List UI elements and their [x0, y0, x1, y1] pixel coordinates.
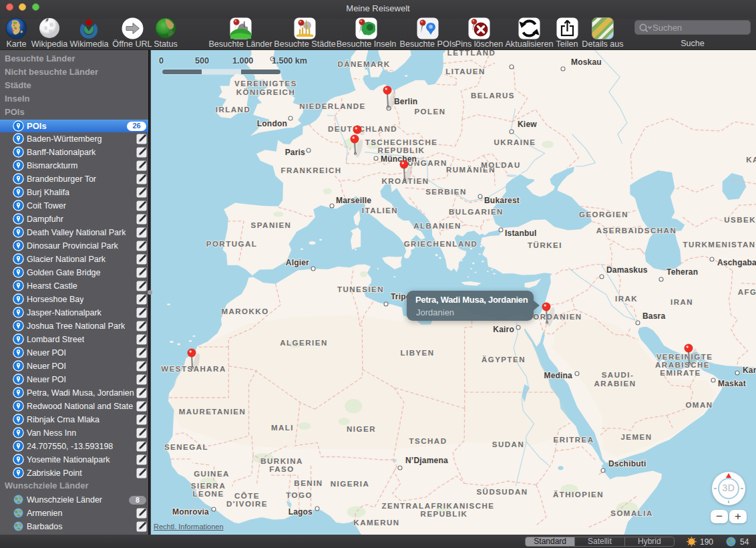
- svg-text:Paris: Paris: [285, 148, 305, 157]
- svg-text:Algier: Algier: [286, 258, 309, 267]
- svg-text:ALGERIEN: ALGERIEN: [280, 339, 327, 347]
- svg-text:BENIN: BENIN: [294, 479, 323, 487]
- svg-text:AFGH: AFGH: [738, 288, 756, 296]
- svg-text:ÄTHIOPIEN: ÄTHIOPIEN: [553, 491, 604, 499]
- svg-text:Dschibuti: Dschibuti: [608, 459, 646, 468]
- svg-text:KÖNIGREICH: KÖNIGREICH: [236, 88, 295, 96]
- svg-text:REPUBLIK: REPUBLIK: [421, 510, 468, 518]
- svg-text:LITAUEN: LITAUEN: [445, 67, 485, 76]
- svg-text:KA: KA: [746, 156, 756, 164]
- svg-text:IRAK: IRAK: [615, 295, 638, 303]
- svg-text:Lagos: Lagos: [289, 507, 313, 517]
- svg-text:MALI: MALI: [271, 424, 294, 432]
- svg-text:JORDANIEN: JORDANIEN: [528, 313, 582, 321]
- svg-text:London: London: [257, 119, 287, 128]
- svg-text:Monrovia: Monrovia: [172, 507, 209, 517]
- svg-text:KAMERUN: KAMERUN: [353, 519, 399, 527]
- svg-text:NIGER: NIGER: [347, 425, 376, 433]
- svg-text:MOLDAU: MOLDAU: [481, 161, 520, 169]
- svg-text:Marseille: Marseille: [336, 196, 371, 205]
- svg-text:EMIRATE: EMIRATE: [660, 369, 701, 377]
- svg-text:NIGERIA: NIGERIA: [331, 480, 369, 488]
- svg-text:SOMALIA: SOMALIA: [610, 509, 653, 517]
- svg-text:ARABIEN: ARABIEN: [594, 380, 636, 388]
- svg-text:Teheran: Teheran: [667, 267, 698, 277]
- svg-text:MAURETANIEN: MAURETANIEN: [179, 408, 246, 416]
- svg-text:IRLAND: IRLAND: [216, 106, 250, 114]
- svg-text:SAUDI-: SAUDI-: [602, 371, 634, 379]
- svg-text:TURKMENISTAN: TURKMENISTAN: [683, 241, 755, 249]
- svg-text:SÜDSUDAN: SÜDSUDAN: [476, 488, 528, 496]
- svg-text:BELARUS: BELARUS: [471, 92, 515, 100]
- svg-text:Damaskus: Damaskus: [606, 265, 648, 275]
- svg-text:ALBANIEN: ALBANIEN: [413, 222, 461, 230]
- svg-text:SERBIEN: SERBIEN: [425, 188, 467, 196]
- svg-text:Basra: Basra: [642, 311, 665, 321]
- svg-text:VEREINIGTE: VEREINIGTE: [656, 353, 713, 361]
- svg-text:LETTLAND: LETTLAND: [447, 50, 496, 57]
- svg-text:SIERRA: SIERRA: [191, 482, 226, 490]
- svg-text:USBEKIS: USBEKIS: [724, 216, 756, 224]
- svg-text:D'IVOIRE: D'IVOIRE: [226, 500, 268, 508]
- svg-text:TÜRKEI: TÜRKEI: [528, 241, 562, 249]
- svg-text:N’Djamena: N’Djamena: [405, 456, 448, 465]
- svg-text:JEMEN: JEMEN: [620, 433, 652, 441]
- svg-text:POLEN: POLEN: [414, 108, 445, 116]
- svg-text:Bukarest: Bukarest: [484, 196, 520, 205]
- svg-text:FASO: FASO: [269, 465, 294, 473]
- svg-text:LIBYEN: LIBYEN: [400, 349, 434, 357]
- svg-text:GEORGIEN: GEORGIEN: [579, 211, 628, 219]
- svg-text:ASERBAIDSCHAN: ASERBAIDSCHAN: [596, 227, 677, 235]
- svg-text:IRAN: IRAN: [671, 298, 693, 306]
- svg-text:TOGO: TOGO: [286, 491, 313, 499]
- svg-text:ÄGYPTEN: ÄGYPTEN: [482, 356, 526, 364]
- svg-text:TSCHAD: TSCHAD: [409, 437, 447, 445]
- svg-text:Moskau: Moskau: [571, 57, 602, 67]
- svg-text:LEONE: LEONE: [192, 490, 224, 498]
- svg-text:TUNESIEN: TUNESIEN: [337, 285, 384, 293]
- svg-text:OMAN: OMAN: [685, 401, 713, 409]
- svg-text:CÔTE: CÔTE: [234, 492, 260, 500]
- svg-text:SUDAN: SUDAN: [492, 440, 524, 448]
- svg-text:UKRAINE: UKRAINE: [494, 138, 536, 146]
- svg-text:Aschgabat: Aschgabat: [717, 258, 756, 267]
- svg-text:GUINEA: GUINEA: [194, 470, 230, 478]
- svg-text:SPANIEN: SPANIEN: [251, 221, 292, 229]
- svg-text:FRANKREICH: FRANKREICH: [280, 166, 341, 174]
- svg-text:Medina: Medina: [544, 371, 572, 380]
- svg-text:GRIECHENLAND: GRIECHENLAND: [404, 240, 478, 248]
- svg-text:NIEDERLANDE: NIEDERLANDE: [299, 102, 366, 110]
- svg-text:ARABISCHE: ARABISCHE: [655, 361, 710, 369]
- svg-text:München: München: [381, 154, 417, 164]
- svg-text:ITALIEN: ITALIEN: [362, 207, 398, 215]
- svg-text:ZENTRALAFRIKANISCHE: ZENTRALAFRIKANISCHE: [381, 502, 494, 510]
- svg-text:Berlin: Berlin: [394, 97, 417, 106]
- svg-text:TSCHECHISCHE: TSCHECHISCHE: [365, 138, 438, 146]
- svg-text:BULGARIEN: BULGARIEN: [449, 208, 504, 216]
- svg-text:SENEGAL: SENEGAL: [164, 443, 208, 451]
- svg-text:PORTUGAL: PORTUGAL: [206, 240, 258, 248]
- svg-text:BURKINA: BURKINA: [260, 457, 303, 465]
- svg-text:Kiew: Kiew: [518, 120, 537, 129]
- svg-text:Kairo: Kairo: [493, 325, 514, 334]
- svg-text:Maskat: Maskat: [718, 379, 746, 388]
- svg-text:Istanbul: Istanbul: [505, 229, 537, 238]
- svg-text:Kara: Kara: [743, 366, 756, 375]
- svg-text:VEREINIGTES: VEREINIGTES: [234, 80, 297, 88]
- svg-text:DÄNEMARK: DÄNEMARK: [337, 60, 390, 68]
- svg-text:MAROKKO: MAROKKO: [221, 307, 268, 315]
- svg-text:ERITREA: ERITREA: [554, 436, 594, 444]
- svg-text:REPUBLIK: REPUBLIK: [378, 146, 425, 154]
